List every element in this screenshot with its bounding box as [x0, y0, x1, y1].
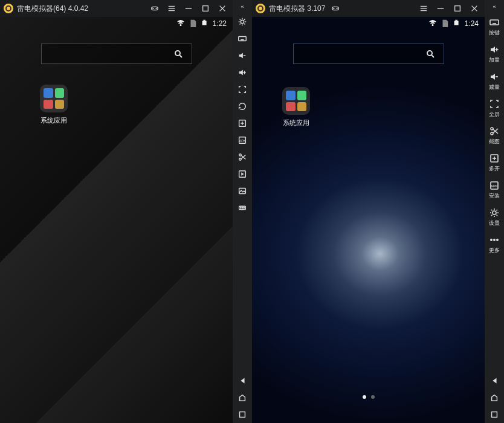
volume-down-icon[interactable] — [234, 51, 251, 60]
maximize-button[interactable] — [451, 2, 464, 15]
app-folder[interactable]: 系统应用 — [34, 85, 74, 125]
sidebar-left: « — [233, 0, 252, 423]
settings-button[interactable]: 设置 — [486, 207, 503, 227]
sim-icon — [441, 19, 449, 29]
android-statusbar-left: 1:22 — [170, 17, 233, 30]
sidebar-right: « 按键 加量 减量 全屏 截图 多开 安装 设置 更多 — [485, 0, 504, 423]
collapse-button[interactable]: « — [234, 4, 251, 10]
status-time: 1:24 — [465, 19, 479, 28]
volume-down-button[interactable]: 减量 — [486, 71, 503, 91]
rotate-icon[interactable] — [234, 102, 251, 111]
collapse-button[interactable]: « — [486, 4, 503, 10]
status-time: 1:22 — [213, 19, 227, 28]
back-icon[interactable] — [234, 376, 251, 386]
android-statusbar-right: 1:24 — [422, 17, 485, 30]
menu-icon[interactable] — [165, 2, 178, 15]
folder-label: 系统应用 — [34, 116, 74, 125]
menu-icon[interactable] — [417, 2, 430, 15]
battery-icon — [201, 19, 209, 29]
page-indicator — [252, 395, 485, 399]
minimize-button[interactable] — [434, 2, 447, 15]
scissors-icon[interactable] — [234, 152, 251, 162]
minimize-button[interactable] — [182, 2, 195, 15]
page-dot — [371, 395, 375, 399]
emulator-left: 雷电模拟器(64) 4.0.42 1:22 系统应用 « — [0, 0, 252, 423]
more-icon[interactable] — [234, 203, 251, 213]
emulator-right: 雷电模拟器 3.107 1:24 系统应用 « 按键 加量 — [252, 0, 504, 423]
titlebar-left: 雷电模拟器(64) 4.0.42 — [0, 0, 233, 17]
window-title: 雷电模拟器 3.107 — [269, 4, 325, 14]
more-button[interactable]: 更多 — [486, 234, 503, 254]
page-dot — [363, 395, 366, 399]
screen-right: 雷电模拟器 3.107 1:24 系统应用 — [252, 0, 485, 423]
back-icon[interactable] — [486, 376, 503, 386]
multi-instance-button[interactable]: 多开 — [486, 153, 503, 173]
settings-icon[interactable] — [234, 17, 251, 27]
recent-icon[interactable] — [486, 410, 503, 419]
close-button[interactable] — [216, 2, 229, 15]
search-icon — [173, 49, 183, 59]
sim-icon — [189, 19, 197, 29]
apk-icon[interactable] — [234, 135, 251, 145]
gamepad-icon[interactable] — [148, 2, 161, 15]
app-logo-icon — [256, 4, 265, 13]
fullscreen-icon[interactable] — [234, 85, 251, 94]
wifi-icon — [428, 19, 437, 29]
wifi-icon — [176, 19, 185, 29]
close-button[interactable] — [468, 2, 481, 15]
keyboard-icon[interactable] — [234, 34, 251, 44]
recent-icon[interactable] — [234, 410, 251, 419]
app-folder[interactable]: 系统应用 — [276, 87, 316, 128]
search-input[interactable] — [41, 44, 192, 64]
install-button[interactable]: 安装 — [486, 180, 503, 200]
add-icon[interactable] — [234, 118, 251, 128]
screen-left: 雷电模拟器(64) 4.0.42 1:22 系统应用 — [0, 0, 233, 423]
gamepad-icon[interactable] — [329, 2, 342, 15]
battery-icon — [453, 19, 461, 29]
volume-up-icon[interactable] — [234, 68, 251, 77]
fullscreen-button[interactable]: 全屏 — [486, 98, 503, 118]
folder-icon — [40, 85, 68, 112]
folder-icon — [282, 87, 310, 115]
volume-up-button[interactable]: 加量 — [486, 44, 503, 64]
screenshot-button[interactable]: 截图 — [486, 126, 503, 146]
search-icon — [425, 49, 435, 59]
search-input[interactable] — [293, 44, 444, 64]
home-icon[interactable] — [486, 393, 503, 402]
home-icon[interactable] — [234, 393, 251, 402]
maximize-button[interactable] — [199, 2, 212, 15]
app-logo-icon — [4, 4, 13, 13]
picture-icon[interactable] — [234, 186, 251, 196]
keymap-button[interactable]: 按键 — [486, 17, 503, 37]
window-title: 雷电模拟器(64) 4.0.42 — [17, 4, 88, 14]
folder-label: 系统应用 — [276, 118, 316, 128]
play-icon[interactable] — [234, 169, 251, 179]
titlebar-right: 雷电模拟器 3.107 — [252, 0, 485, 17]
